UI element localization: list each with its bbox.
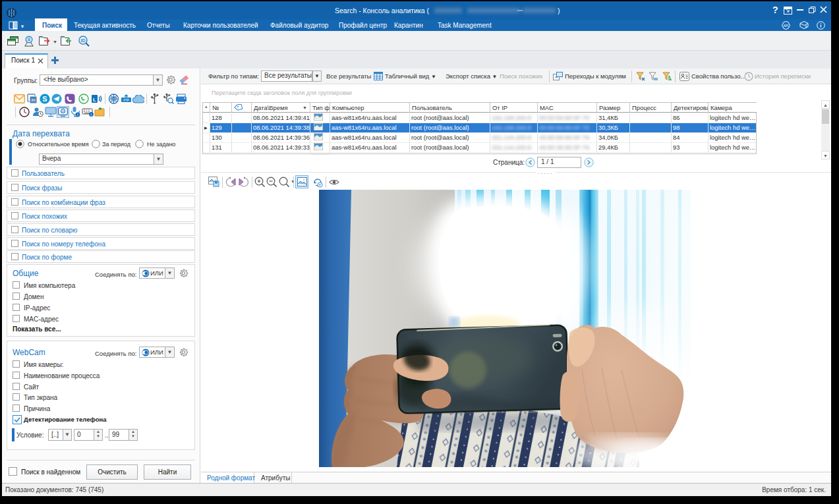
svg-text:i: i [77,113,78,117]
svg-text:IM: IM [31,98,36,102]
svg-text:FTP: FTP [123,99,129,102]
svg-text:S: S [42,95,47,103]
svg-text:ID: ID [81,38,86,43]
svg-text:HTTP: HTTP [110,98,118,101]
svg-text:API: API [783,24,788,28]
svg-text:i: i [91,113,92,117]
svg-text:L: L [93,97,96,103]
